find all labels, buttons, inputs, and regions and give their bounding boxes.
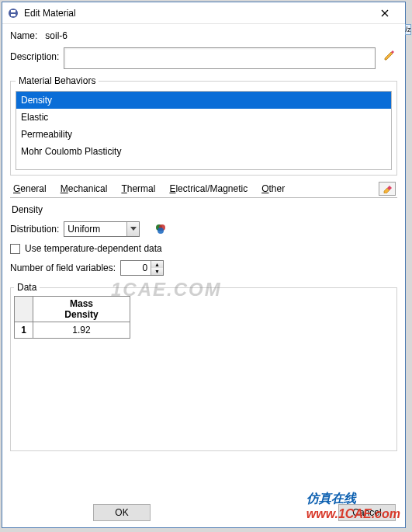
field-variables-row: Number of field variables: 0 ▲ ▼ [10,260,397,276]
delete-behavior-button[interactable] [379,182,396,196]
titlebar: Edit Material [2,2,405,24]
app-icon [7,7,19,19]
tab-mechanical[interactable]: Mechanical [59,182,109,196]
tab-general[interactable]: General [12,182,48,196]
temperature-dependent-checkbox[interactable] [10,244,20,254]
window-title: Edit Material [24,8,369,19]
behavior-item-mohr-coulomb[interactable]: Mohr Coulomb Plasticity [16,143,391,160]
behavior-item-density[interactable]: Density [16,92,391,109]
svg-rect-2 [11,14,16,16]
svg-marker-5 [385,52,393,60]
dialog-content: Name: soil-6 Description: Material Behav… [2,24,405,451]
tab-other[interactable]: Other [260,182,286,196]
description-label: Description: [10,47,59,62]
spinner-down-button[interactable]: ▼ [151,268,163,275]
pencil-icon [383,49,396,61]
close-icon [381,9,389,17]
mass-density-cell[interactable]: 1.92 [33,322,130,338]
name-row: Name: soil-6 [10,30,397,41]
field-variables-label: Number of field variables: [10,263,116,273]
description-input[interactable] [64,47,376,69]
ok-button[interactable]: OK [93,504,151,521]
background-tab-scrap: /z [405,24,411,35]
behavior-item-permeability[interactable]: Permeability [16,126,391,143]
svg-point-0 [9,9,18,18]
data-legend: Data [14,282,40,293]
tab-electrical[interactable]: Electrical/Magnetic [168,182,249,196]
density-section-title: Density [12,204,397,215]
behaviors-legend: Material Behaviors [16,75,99,86]
temperature-dependent-label: Use temperature-dependent data [25,243,162,254]
col-header-mass-density[interactable]: Mass Density [33,297,130,322]
field-variables-value: 0 [121,263,151,273]
distribution-combo[interactable]: Uniform [64,221,140,237]
behaviors-list[interactable]: Density Elastic Permeability Mohr Coulom… [16,91,392,170]
svg-rect-1 [11,10,16,12]
spinner-up-button[interactable]: ▲ [151,261,163,268]
svg-point-12 [158,228,164,234]
distribution-value: Uniform [64,224,126,235]
tab-thermal[interactable]: Thermal [119,182,157,196]
temperature-dependent-row: Use temperature-dependent data [10,243,397,254]
behavior-category-tabs: General Mechanical Thermal Electrical/Ma… [10,180,397,198]
svg-marker-9 [130,227,137,231]
data-table[interactable]: Mass Density 1 1.92 [14,296,130,339]
data-group: Data Mass Density 1 1.92 [10,282,397,451]
dialog-button-row: OK Cancel [2,504,405,521]
field-variables-spinner[interactable]: 0 ▲ ▼ [120,260,164,276]
name-value: soil-6 [45,30,68,41]
description-row: Description: [10,47,397,69]
color-sphere-icon [155,224,166,235]
material-behaviors-group: Material Behaviors Density Elastic Perme… [10,75,397,176]
edit-description-button[interactable] [382,47,397,63]
table-corner-cell [15,297,33,322]
row-number: 1 [15,322,33,338]
eraser-icon [383,184,392,193]
distribution-label: Distribution: [10,224,59,235]
behavior-item-elastic[interactable]: Elastic [16,109,391,126]
close-button[interactable] [369,5,400,22]
distribution-row: Distribution: Uniform [10,221,397,237]
name-label: Name: [10,30,37,41]
table-row: 1 1.92 [15,322,130,338]
chevron-down-icon [126,222,139,236]
edit-material-dialog: Edit Material /z Name: soil-6 Descriptio… [2,2,406,528]
cancel-button[interactable]: Cancel [338,504,396,521]
field-visualization-button[interactable] [155,224,166,235]
